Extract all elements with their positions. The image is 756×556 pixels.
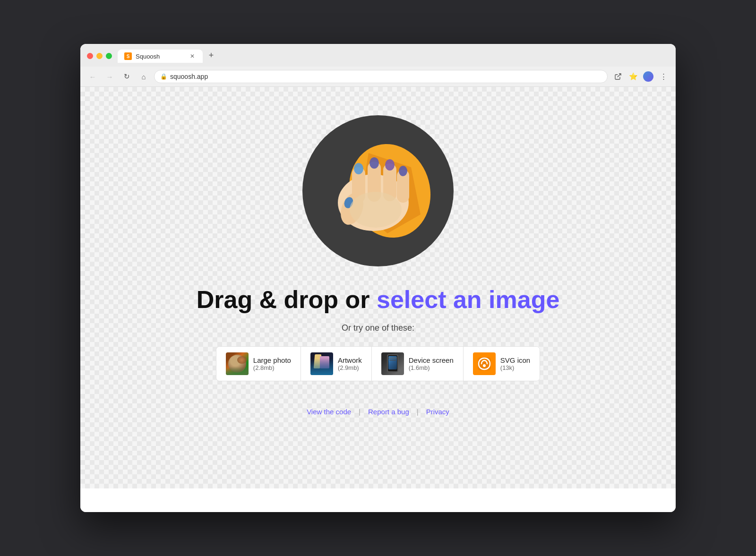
bookmark-button[interactable]: ⭐ xyxy=(627,70,640,83)
heading-highlight: select an image xyxy=(377,286,559,313)
browser-toolbar: ← → ↻ ⌂ 🔒 squoosh.app ⭐ ⋮ xyxy=(80,67,676,87)
heading-plain: Drag & drop or xyxy=(197,286,377,313)
main-heading: Drag & drop or select an image xyxy=(197,285,560,314)
maximize-button[interactable] xyxy=(106,53,112,59)
back-button[interactable]: ← xyxy=(86,70,99,83)
browser-content: Drag & drop or select an image Or try on… xyxy=(80,87,676,512)
svg-point-9 xyxy=(354,163,363,174)
sample-info-large-photo: Large photo (2.8mb) xyxy=(253,356,291,371)
footer-links: View the code | Report a bug | Privacy xyxy=(307,408,449,430)
browser-window: S Squoosh ✕ + ← → ↻ ⌂ 🔒 squoosh.app xyxy=(80,44,676,512)
svg-thumb-inner xyxy=(476,355,493,372)
tab-favicon: S xyxy=(124,52,132,60)
home-button[interactable]: ⌂ xyxy=(137,70,150,83)
footer-separator-2: | xyxy=(417,408,419,416)
sample-size-artwork: (2.9mb) xyxy=(338,364,362,371)
external-link-button[interactable] xyxy=(611,70,625,83)
drop-zone[interactable]: Drag & drop or select an image Or try on… xyxy=(80,87,676,488)
lock-icon: 🔒 xyxy=(160,73,167,80)
forward-button[interactable]: → xyxy=(103,70,116,83)
sample-info-artwork: Artwork (2.9mb) xyxy=(338,356,362,371)
squoosh-hand-svg xyxy=(317,129,439,252)
reload-button[interactable]: ↻ xyxy=(120,70,133,83)
menu-button[interactable]: ⋮ xyxy=(657,70,670,83)
privacy-link[interactable]: Privacy xyxy=(426,408,449,416)
sample-thumb-device xyxy=(381,352,404,375)
report-bug-link[interactable]: Report a bug xyxy=(368,408,409,416)
samples-row: Large photo (2.8mb) Artwork (2.9mb) xyxy=(216,346,540,381)
sample-size-device: (1.6mb) xyxy=(409,364,454,371)
sample-thumb-art xyxy=(310,352,333,375)
url-text: squoosh.app xyxy=(170,73,208,80)
sample-artwork[interactable]: Artwork (2.9mb) xyxy=(301,347,372,381)
svg-point-14 xyxy=(350,192,402,228)
toolbar-actions: ⭐ ⋮ xyxy=(611,70,670,83)
sample-size-large-photo: (2.8mb) xyxy=(253,364,291,371)
svg-rect-15 xyxy=(478,357,491,370)
sample-svg-icon[interactable]: SVG icon (13k) xyxy=(464,347,540,381)
squoosh-logo xyxy=(302,115,454,266)
active-tab[interactable]: S Squoosh ✕ xyxy=(118,50,203,63)
tab-bar: S Squoosh ✕ + xyxy=(118,49,669,63)
sample-device-screen[interactable]: Device screen (1.6mb) xyxy=(372,347,464,381)
address-bar[interactable]: 🔒 squoosh.app xyxy=(154,70,608,83)
svg-point-16 xyxy=(483,364,486,367)
svg-point-10 xyxy=(369,157,379,169)
view-code-link[interactable]: View the code xyxy=(307,408,351,416)
tab-title: Squoosh xyxy=(136,53,185,60)
svg-line-0 xyxy=(618,74,621,77)
tab-close-button[interactable]: ✕ xyxy=(189,52,196,60)
new-tab-button[interactable]: + xyxy=(205,49,218,62)
close-button[interactable] xyxy=(87,53,93,59)
footer-separator-1: | xyxy=(359,408,361,416)
minimize-button[interactable] xyxy=(96,53,103,59)
title-bar: S Squoosh ✕ + xyxy=(80,44,676,67)
sample-info-svg: SVG icon (13k) xyxy=(500,356,530,371)
svg-point-11 xyxy=(385,159,395,171)
sample-thumb-svg xyxy=(473,352,496,375)
svg-point-12 xyxy=(399,166,407,176)
sample-large-photo[interactable]: Large photo (2.8mb) xyxy=(216,347,301,381)
sample-size-svg: (13k) xyxy=(500,364,530,371)
window-controls xyxy=(87,53,112,59)
sample-thumb-animal xyxy=(226,352,249,375)
subtitle: Or try one of these: xyxy=(342,323,414,333)
profile-button[interactable] xyxy=(642,70,655,83)
sample-name-device: Device screen xyxy=(409,356,454,364)
sample-info-device: Device screen (1.6mb) xyxy=(409,356,454,371)
sample-name-svg: SVG icon xyxy=(500,356,530,364)
sample-name-artwork: Artwork xyxy=(338,356,362,364)
sample-name-large-photo: Large photo xyxy=(253,356,291,364)
